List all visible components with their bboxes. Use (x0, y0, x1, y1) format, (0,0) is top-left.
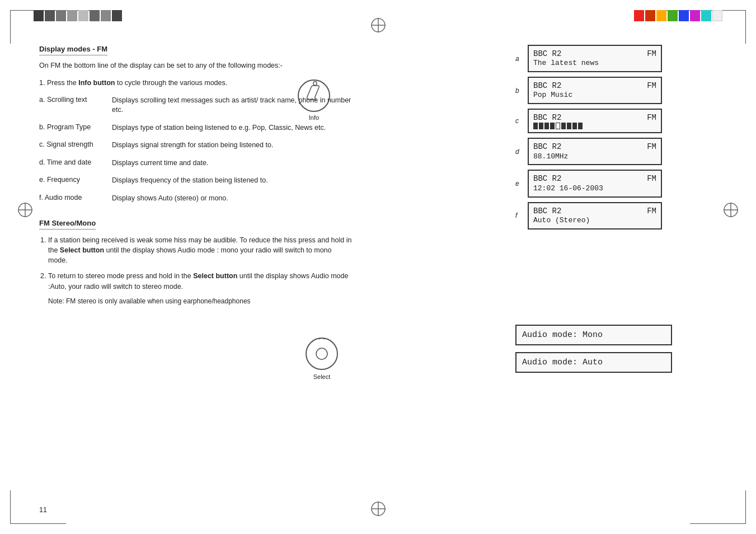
lcd-screen-a: BBC R2FMThe latest news (528, 45, 662, 72)
lcd-bottom-f: Auto (Stereo) (533, 216, 656, 226)
screen-row-b: bBBC R2FMPop Music (515, 77, 711, 104)
signal-bars (533, 123, 656, 129)
lcd-bottom-e: 12:02 16-06-2003 (533, 184, 656, 194)
lcd-screen-f: BBC R2FMAuto (Stereo) (528, 202, 662, 229)
info-button-graphic: Info (297, 78, 331, 121)
stereo-bold-2: Select button (193, 272, 237, 280)
info-button-icon: Info (297, 78, 331, 121)
intro-content: On FM the bottom line of the display can… (39, 62, 283, 69)
mode-label: a. Scrolling text (39, 96, 112, 104)
step1-bold: Info button (78, 79, 115, 87)
lcd-top-right-c: FM (647, 113, 656, 123)
lcd-screen-e: BBC R2FM12:02 16-06-2003 (528, 170, 662, 197)
note-text: Note: FM stereo is only available when u… (48, 297, 353, 305)
page-border-bottom-left (10, 490, 66, 524)
lcd-top-left-f: BBC R2 (533, 206, 561, 216)
mode-desc: Displays type of station being listened … (112, 123, 326, 133)
bottom-displays: Audio mode: MonoAudio mode: Auto (515, 325, 711, 380)
intro-text: On FM the bottom line of the display can… (39, 61, 353, 71)
top-crosshair (370, 17, 387, 34)
right-crosshair (722, 202, 739, 218)
lcd-bottom-d: 88.10MHz (533, 152, 656, 162)
lcd-top-right-e: FM (647, 174, 656, 184)
lcd-top-right-f: FM (647, 206, 656, 216)
stereo-item-2: To return to stereo mode press and hold … (48, 271, 353, 291)
screen-label-a: a (515, 55, 524, 63)
select-button-graphic: Select (302, 336, 341, 380)
bottom-lcd-2: Audio mode: Auto (515, 352, 672, 373)
mode-row: b. Program TypeDisplays type of station … (39, 123, 353, 133)
svg-point-15 (316, 348, 327, 359)
lcd-screen-c: BBC R2FM (528, 109, 662, 133)
lcd-top-right-b: FM (647, 81, 656, 91)
svg-point-13 (313, 82, 317, 86)
screen-label-e: e (515, 180, 524, 188)
lcd-top-left-d: BBC R2 (533, 142, 561, 152)
svg-point-14 (306, 338, 337, 369)
lcd-bottom-c (533, 123, 656, 129)
mode-desc: Displays frequency of the station being … (112, 176, 268, 186)
bottom-lcd-1: Audio mode: Mono (515, 325, 672, 345)
lcd-top-left-c: BBC R2 (533, 113, 561, 123)
screen-label-c: c (515, 117, 524, 125)
screen-row-c: cBBC R2FM (515, 109, 711, 133)
mode-desc: Displays signal strength for station bei… (112, 140, 273, 151)
mode-label: b. Program Type (39, 123, 112, 131)
lcd-screen-d: BBC R2FM88.10MHz (528, 138, 662, 165)
screen-row-d: dBBC R2FM88.10MHz (515, 138, 711, 165)
screen-label-d: d (515, 148, 524, 156)
mode-label: d. Time and date (39, 158, 112, 166)
stereo-bold-1: Select button (60, 246, 104, 254)
mode-desc: Displays current time and date. (112, 158, 208, 168)
stereo-list: If a station being received is weak some… (39, 235, 353, 292)
section2-block: FM Stereo/Mono If a station being receiv… (39, 213, 353, 305)
screen-label-b: b (515, 87, 524, 95)
mode-row: e. FrequencyDisplays frequency of the st… (39, 176, 353, 186)
display-screens: aBBC R2FMThe latest newsbBBC R2FMPop Mus… (515, 45, 711, 234)
lcd-top-left-a: BBC R2 (533, 49, 561, 59)
section1-title: Display modes - FM (39, 45, 107, 55)
page-border-bottom-right (690, 490, 746, 524)
step1-prefix: 1. Press the (39, 79, 78, 87)
stereo-item-1: If a station being received is weak some… (48, 235, 353, 265)
select-button-label: Select (313, 373, 331, 380)
lcd-bottom-a: The latest news (533, 59, 656, 68)
color-bars-right (634, 10, 722, 21)
bottom-crosshair (370, 500, 387, 517)
mode-row: c. Signal strengthDisplays signal streng… (39, 140, 353, 151)
screen-row-a: aBBC R2FMThe latest news (515, 45, 711, 72)
lcd-top-right-a: FM (647, 49, 656, 59)
select-button-icon: Select (302, 336, 341, 380)
page-number: 11 (39, 506, 47, 514)
step1-suffix: to cycle through the various modes. (115, 79, 227, 87)
lcd-top-left-e: BBC R2 (533, 174, 561, 184)
mode-desc: Display shows Auto (stereo) or mono. (112, 194, 228, 204)
lcd-top-right-d: FM (647, 142, 656, 152)
screen-row-f: fBBC R2FMAuto (Stereo) (515, 202, 711, 229)
screen-row-e: eBBC R2FM12:02 16-06-2003 (515, 170, 711, 197)
section2-title: FM Stereo/Mono (39, 219, 96, 229)
mode-row: d. Time and dateDisplays current time an… (39, 158, 353, 168)
mode-label: f. Audio mode (39, 194, 112, 202)
mode-label: e. Frequency (39, 176, 112, 184)
lcd-bottom-b: Pop Music (533, 91, 656, 100)
color-bars-left (34, 10, 122, 21)
info-button-label: Info (309, 114, 319, 121)
lcd-screen-b: BBC R2FMPop Music (528, 77, 662, 104)
mode-label: c. Signal strength (39, 140, 112, 148)
screen-label-f: f (515, 212, 524, 219)
lcd-top-left-b: BBC R2 (533, 81, 561, 91)
left-crosshair (17, 202, 34, 218)
mode-row: f. Audio modeDisplay shows Auto (stereo)… (39, 194, 353, 204)
